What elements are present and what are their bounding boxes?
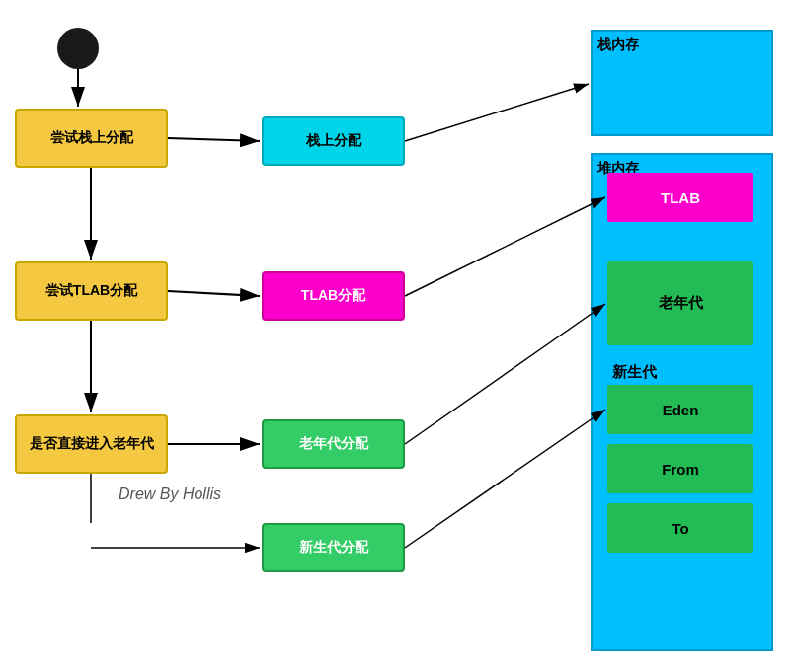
arrow-young-to-eden [405,410,605,548]
box-tlab-alloc: TLAB分配 [262,271,405,321]
diagram-container: { "title": "JVM Memory Allocation Flow D… [0,0,791,672]
subbox-old-generation: 老年代 [607,261,753,345]
box-stack-alloc: 栈上分配 [262,116,405,166]
subbox-to: To [607,503,753,553]
arrow-box1-to-stack [168,138,260,141]
box-stack-try: 尝试栈上分配 [15,109,168,168]
box-tlab-try: 尝试TLAB分配 [15,261,168,321]
arrow-old-to-subbox [405,304,605,444]
arrow-tlab-to-subbox [405,197,605,296]
box-young-alloc: 新生代分配 [262,523,405,572]
start-node [57,28,99,69]
young-generation-label: 新生代 [612,363,657,382]
box-old-try: 是否直接进入老年代 [15,414,168,474]
subbox-from: From [607,444,753,493]
box-old-alloc: 老年代分配 [262,419,405,469]
stack-memory-label: 栈内存 [597,37,639,54]
subbox-eden: Eden [607,385,753,434]
arrow-stack-to-panel [405,84,589,141]
arrow-box2-to-tlab [168,291,260,296]
subbox-tlab: TLAB [607,173,753,222]
watermark: Drew By Hollis [119,485,221,503]
